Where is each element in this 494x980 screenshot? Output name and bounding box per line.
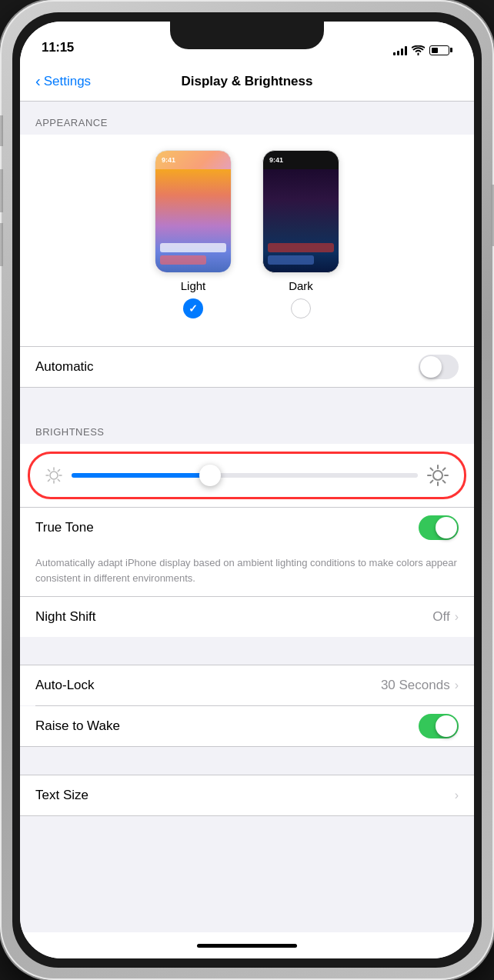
wifi-icon [412,45,425,55]
back-label: Settings [44,74,91,89]
night-shift-right: Off › [432,609,459,625]
svg-line-5 [48,470,50,472]
phone-frame: 11:15 [0,0,494,980]
nav-bar: ‹ Settings Display & Brightness [20,62,474,102]
auto-lock-right: 30 Seconds › [381,678,459,693]
true-tone-row: True Tone [20,508,474,548]
preview-time-dark: 9:41 [269,156,283,164]
svg-line-15 [443,481,446,483]
brightness-low-icon [45,467,62,484]
svg-line-16 [443,468,446,471]
light-theme-preview: 9:41 [155,150,232,273]
auto-lock-row[interactable]: Auto-Lock 30 Seconds › [20,665,474,705]
dark-radio-unselected[interactable] [291,298,311,318]
page-title: Display & Brightness [182,74,313,89]
raise-to-wake-row: Raise to Wake [20,706,474,746]
true-tone-description: Automatically adapt iPhone display based… [20,548,474,596]
brightness-slider-container[interactable] [28,452,466,499]
status-icons [393,45,452,55]
auto-lock-label: Auto-Lock [35,678,95,693]
auto-lock-chevron-icon: › [455,678,459,692]
brightness-slider[interactable] [72,473,418,478]
light-label: Light [181,279,206,292]
true-tone-label: True Tone [35,520,94,535]
dark-theme-preview: 9:41 [262,150,339,273]
night-shift-row[interactable]: Night Shift Off › [20,597,474,637]
brightness-thumb[interactable] [199,465,221,486]
back-button[interactable]: ‹ Settings [35,73,91,90]
screen: 11:15 [20,22,474,958]
svg-line-8 [48,479,50,481]
home-indicator[interactable] [20,932,474,958]
back-chevron-icon: ‹ [35,72,41,90]
brightness-high-icon [427,465,449,486]
raise-to-wake-toggle[interactable] [419,714,459,738]
text-size-row[interactable]: Text Size › [20,775,474,815]
notch [170,22,324,49]
night-shift-value: Off [432,609,449,625]
mute-switch[interactable] [0,115,3,146]
battery-icon [429,45,452,55]
theme-options: 9:41 Light [155,150,339,318]
night-shift-label: Night Shift [35,609,95,625]
theme-option-dark[interactable]: 9:41 Dark [262,150,339,318]
text-size-label: Text Size [35,788,88,803]
signal-icon [393,45,407,55]
brightness-fill [72,473,210,478]
dark-label: Dark [289,279,313,292]
text-size-chevron-icon: › [455,788,459,802]
content-area[interactable]: APPEARANCE 9:41 [20,102,474,932]
auto-lock-value: 30 Seconds [381,678,450,693]
svg-line-14 [431,468,433,471]
true-tone-toggle[interactable] [419,515,459,540]
raise-to-wake-label: Raise to Wake [35,718,120,734]
svg-point-9 [433,471,442,480]
status-time: 11:15 [42,40,74,55]
svg-line-7 [58,470,59,472]
automatic-toggle[interactable] [419,355,459,379]
text-size-right: › [455,788,459,802]
automatic-label: Automatic [35,359,94,375]
phone-inner: 11:15 [12,12,482,968]
volume-down-button[interactable] [0,223,3,266]
svg-line-6 [58,479,59,481]
brightness-section-header: BRIGHTNESS [20,415,474,444]
night-shift-chevron-icon: › [455,610,459,624]
light-radio-selected[interactable] [183,298,203,318]
appearance-section-header: APPEARANCE [20,102,474,135]
preview-time-light: 9:41 [162,156,175,164]
theme-option-light[interactable]: 9:41 Light [155,150,232,318]
volume-up-button[interactable] [0,169,3,212]
svg-point-0 [50,472,58,479]
home-bar [197,944,297,948]
automatic-row: Automatic [20,347,474,387]
svg-line-17 [431,481,433,483]
appearance-card: 9:41 Light [20,135,474,346]
power-button[interactable] [491,185,494,246]
